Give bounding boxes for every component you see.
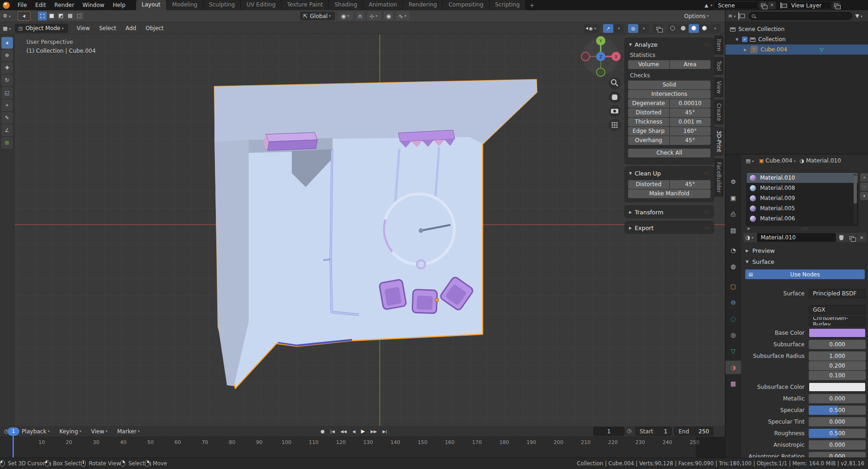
workspace-tab[interactable]: UV Editing — [241, 0, 281, 10]
material-slot[interactable]: Material.005 — [747, 203, 858, 213]
timeline-menu-item[interactable]: View▾ — [87, 428, 113, 435]
material-slot[interactable]: Material.006 — [747, 213, 858, 224]
properties-tab[interactable]: ▢ — [725, 280, 741, 293]
dropdown-field[interactable]: Principled BSDF — [809, 289, 866, 298]
outliner-row-object[interactable]: ▶ ▽ Cube.004 ▽ — [725, 44, 868, 55]
select-mode-intersect[interactable] — [75, 12, 84, 20]
tool-button[interactable]: ↻ — [1, 75, 13, 86]
timeline-menu-item[interactable]: Playback▾ — [18, 428, 56, 435]
playhead-badge[interactable]: 1 — [7, 427, 19, 436]
overlays-dropdown[interactable]: ▾ — [639, 24, 649, 33]
color-swatch[interactable] — [809, 328, 866, 338]
viewport-menu-item[interactable]: Object — [141, 25, 168, 31]
timeline-menu-item[interactable]: Keying▾ — [55, 428, 87, 435]
cleanup-distorted-value[interactable]: 45° — [670, 180, 711, 189]
remove-slot-button[interactable]: － — [860, 182, 868, 191]
properties-tab[interactable]: ◎ — [725, 328, 741, 342]
drag-grip-icon[interactable]: :::: — [704, 226, 711, 230]
drag-grip-icon[interactable]: :::: — [704, 43, 711, 47]
proportional-edit-toggle[interactable]: ◉ — [384, 12, 393, 20]
properties-tab[interactable]: ◑ — [725, 361, 741, 374]
pivot-point-dropdown[interactable]: ◉▾ — [339, 12, 353, 20]
tool-button[interactable]: ⊞ — [1, 137, 13, 149]
menu-item[interactable]: Render — [50, 0, 78, 10]
drag-grip-icon[interactable]: :::: — [704, 210, 711, 214]
npanel-tab[interactable]: FaceBuilder — [714, 158, 723, 197]
cleanup-distorted-button[interactable]: Distorted — [628, 180, 669, 189]
properties-tab[interactable]: ⎙ — [725, 207, 741, 221]
surface-section-header[interactable]: ▼Surface — [745, 258, 774, 265]
check-value-field[interactable]: 0.001 m — [670, 118, 711, 126]
menu-item[interactable]: Help — [108, 0, 129, 10]
new-material-button[interactable] — [847, 233, 856, 242]
scene-name-field[interactable]: Scene — [714, 1, 758, 9]
breadcrumb-object[interactable]: Cube.004 — [766, 157, 793, 164]
slot-specials-menu[interactable]: ▾ — [860, 192, 868, 200]
add-slot-button[interactable]: ＋ — [860, 173, 868, 181]
search-input[interactable] — [757, 13, 849, 19]
select-mode-subtract[interactable] — [57, 12, 65, 20]
tool-settings-icon[interactable]: ⚙▾ — [3, 13, 12, 19]
mode-dropdown[interactable]: ◳ Object Mode▾ — [15, 24, 68, 33]
expand-arrow-icon[interactable]: ▼ — [736, 38, 742, 42]
select-mode-set[interactable] — [38, 12, 47, 20]
slot-scrollbar[interactable] — [854, 174, 857, 224]
shading-wireframe-button[interactable] — [667, 24, 678, 33]
workspace-tab[interactable]: Compositing — [443, 0, 489, 10]
slider-field[interactable]: 0.200 — [809, 361, 866, 370]
npanel-tab[interactable]: View — [714, 77, 723, 97]
slider-field[interactable]: 0.500 — [809, 429, 866, 438]
slider-field[interactable]: 0.000 — [809, 440, 866, 450]
slider-field[interactable]: 0.500 — [809, 406, 866, 415]
npanel-tab[interactable]: 3D-Print — [714, 127, 723, 156]
check-intersections-button[interactable]: Intersections — [628, 90, 711, 99]
viewport-menu-item[interactable]: View — [72, 25, 94, 31]
slider-field[interactable]: 0.000 — [809, 394, 866, 403]
properties-tab[interactable]: ◍ — [725, 260, 741, 273]
use-nodes-button[interactable]: ▤ Use Nodes — [745, 269, 865, 279]
menu-item[interactable]: Window — [78, 0, 108, 10]
outliner-search[interactable] — [748, 12, 852, 20]
cleanup-panel-header[interactable]: ▼Clean Up :::: — [628, 169, 711, 177]
chevron-down-icon[interactable]: ▾ — [711, 3, 712, 7]
material-slot[interactable]: Material.008 — [747, 183, 858, 193]
new-scene-button[interactable] — [759, 1, 767, 9]
properties-tab[interactable]: ⚙ — [725, 175, 741, 188]
axis-y-neg-ball[interactable] — [597, 68, 605, 76]
record-button[interactable]: ● — [318, 429, 327, 434]
slider-field[interactable]: 0.100 — [809, 371, 866, 380]
check-solid-button[interactable]: Solid — [628, 81, 711, 89]
properties-tab[interactable]: ⚙ — [725, 296, 741, 309]
slider-field[interactable]: 0.000 — [809, 417, 866, 426]
new-view-layer-button[interactable] — [832, 1, 840, 9]
tool-button[interactable]: ⊕ — [1, 50, 13, 61]
editor-type-icon[interactable]: ▦▾ — [3, 25, 12, 31]
workspace-tab[interactable]: Animation — [363, 0, 403, 10]
browse-material-button[interactable]: ◑▾ — [743, 233, 757, 242]
menu-item[interactable]: Edit — [31, 0, 50, 10]
breadcrumb-material[interactable]: Material.010 — [806, 157, 841, 164]
tool-button[interactable]: ⌖ — [1, 100, 13, 111]
check-button[interactable]: Degenerate — [628, 99, 669, 108]
object-type-visibility-dropdown[interactable]: ➤◉▾ — [584, 24, 599, 33]
dropdown-field[interactable]: GGX — [809, 305, 866, 314]
auto-keying-icon[interactable]: ◷ — [627, 428, 632, 434]
properties-tab[interactable]: ▽ — [725, 344, 741, 358]
filter-collection-icon[interactable]: ▾ — [738, 13, 744, 19]
fake-user-button[interactable] — [837, 233, 846, 242]
frame-end-field[interactable]: End250 — [674, 427, 713, 436]
outliner-row-collection[interactable]: ▼ ✓ Collection — [725, 34, 868, 44]
show-overlays-toggle[interactable]: ◎ — [628, 24, 638, 33]
floor-plan-model[interactable] — [214, 80, 537, 388]
check-value-field[interactable]: 160° — [670, 127, 711, 136]
properties-tab[interactable]: ◌ — [725, 312, 741, 325]
blender-logo-icon[interactable] — [3, 2, 10, 9]
workspace-tab[interactable]: Scripting — [490, 0, 525, 10]
show-gizmo-toggle[interactable]: ↗ — [603, 24, 613, 33]
editor-icon[interactable]: ▤▾ — [746, 158, 755, 164]
check-value-field[interactable]: 0.00010 — [670, 99, 711, 108]
shading-dropdown[interactable]: ▾ — [710, 24, 720, 33]
workspace-tab[interactable]: Texture Paint — [282, 0, 328, 10]
playhead-line[interactable] — [13, 436, 14, 457]
volume-button[interactable]: Volume — [628, 60, 669, 69]
